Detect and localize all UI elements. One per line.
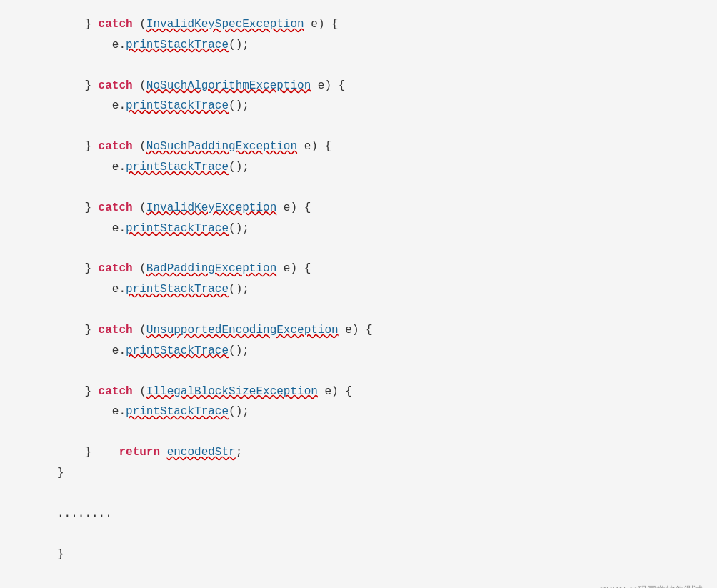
punct-token: } — [57, 463, 64, 484]
plain-token: (); — [229, 35, 249, 56]
watermark-text: CSDN @码同学软件测试 — [599, 584, 703, 588]
punct-token: ( — [133, 198, 146, 219]
method-token: printStackTrace — [126, 157, 229, 178]
exception-token: InvalidKeyException — [146, 198, 276, 219]
code-line: e.printStackTrace(); — [57, 219, 688, 239]
punct-token: } — [84, 198, 98, 219]
method-token: printStackTrace — [126, 402, 229, 422]
code-line: } catch (InvalidKeyException e) { — [57, 198, 688, 219]
kw-token: catch — [99, 320, 133, 341]
var-token: e. — [112, 35, 126, 56]
code-line: e.printStackTrace(); — [57, 96, 688, 116]
method-token: encodedStr — [167, 442, 236, 463]
code-line: } return encodedStr; — [57, 442, 688, 463]
code-line: ........ — [57, 504, 688, 524]
punct-token: } — [84, 259, 98, 279]
plain-token — [91, 442, 119, 463]
plain-token: e) { — [304, 14, 339, 35]
exception-token: InvalidKeySpecException — [146, 14, 304, 35]
plain-token: (); — [229, 341, 249, 362]
plain-token: e) { — [318, 382, 352, 402]
code-line: } — [57, 463, 688, 484]
exception-token: UnsupportedEncodingException — [146, 320, 339, 341]
punct-token: ( — [133, 136, 146, 157]
code-line: e.printStackTrace(); — [57, 157, 688, 178]
var-token: e. — [112, 219, 126, 239]
code-line: } catch (NoSuchPaddingException e) { — [57, 136, 688, 157]
punct-token: } — [84, 442, 91, 463]
kw-token: catch — [99, 382, 133, 402]
var-token: e. — [112, 157, 126, 178]
code-line: } catch (UnsupportedEncodingException e)… — [57, 320, 688, 341]
var-token: e. — [112, 96, 126, 116]
code-line: } catch (NoSuchAlgorithmException e) { — [57, 76, 688, 96]
plain-token: (); — [229, 279, 249, 300]
punct-token: ( — [133, 382, 146, 402]
punct-token: ( — [133, 76, 146, 96]
plain-token: ; — [236, 442, 243, 463]
plain-token: e) { — [297, 136, 331, 157]
code-line: e.printStackTrace(); — [57, 402, 688, 422]
code-line: } — [57, 544, 688, 565]
plain-token: (); — [229, 157, 249, 178]
code-line: } catch (IllegalBlockSizeException e) { — [57, 382, 688, 402]
var-token: e. — [112, 341, 126, 362]
code-line: e.printStackTrace(); — [57, 341, 688, 362]
plain-token: e) { — [276, 198, 311, 219]
plain-token: ........ — [57, 504, 112, 524]
plain-token — [160, 442, 167, 463]
method-token: printStackTrace — [126, 96, 229, 116]
method-token: printStackTrace — [126, 35, 229, 56]
plain-token: e) { — [276, 259, 311, 279]
plain-token: (); — [229, 96, 249, 116]
code-block: } catch (InvalidKeySpecException e) { e.… — [0, 0, 717, 588]
punct-token: ( — [133, 320, 146, 341]
code-line: } catch (InvalidKeySpecException e) { — [57, 14, 688, 35]
method-token: printStackTrace — [126, 279, 229, 300]
method-token: printStackTrace — [126, 341, 229, 362]
plain-token: e) { — [311, 76, 345, 96]
punct-token: } — [84, 320, 98, 341]
plain-token: e) { — [339, 320, 373, 341]
var-token: e. — [112, 402, 126, 422]
kw-token: catch — [99, 14, 133, 35]
punct-token: } — [84, 14, 98, 35]
kw-token: catch — [99, 76, 133, 96]
var-token: e. — [112, 279, 126, 300]
punct-token: ( — [133, 14, 146, 35]
exception-token: NoSuchAlgorithmException — [146, 76, 311, 96]
punct-token: } — [84, 382, 98, 402]
kw-token: catch — [99, 259, 133, 279]
exception-token: NoSuchPaddingException — [146, 136, 297, 157]
plain-token: (); — [229, 219, 249, 239]
kw-token: return — [119, 442, 160, 463]
plain-token: (); — [229, 402, 249, 422]
code-line: e.printStackTrace(); — [57, 35, 688, 56]
kw-token: catch — [99, 198, 133, 219]
punct-token: } — [84, 76, 98, 96]
exception-token: IllegalBlockSizeException — [146, 382, 318, 402]
kw-token: catch — [99, 136, 133, 157]
code-line: } catch (BadPaddingException e) { — [57, 259, 688, 279]
method-token: printStackTrace — [126, 219, 229, 239]
punct-token: ( — [133, 259, 146, 279]
punct-token: } — [57, 544, 64, 565]
punct-token: } — [84, 136, 98, 157]
exception-token: BadPaddingException — [146, 259, 276, 279]
code-line: e.printStackTrace(); — [57, 279, 688, 300]
